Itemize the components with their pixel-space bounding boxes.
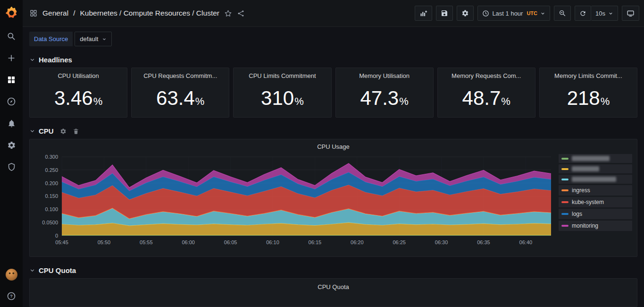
section-header-cpu-quota[interactable]: CPU Quota bbox=[29, 266, 637, 274]
sidebar-item-create[interactable] bbox=[0, 47, 23, 69]
legend-color-dash bbox=[561, 189, 569, 191]
save-dashboard-button[interactable] bbox=[436, 6, 453, 21]
svg-text:0.300: 0.300 bbox=[45, 154, 59, 160]
headline-stats-row: CPU Utilisation 3.46 % CPU Requests Comm… bbox=[29, 68, 637, 118]
sidebar-item-server-admin[interactable] bbox=[0, 156, 23, 178]
stat-unit: % bbox=[195, 95, 205, 108]
breadcrumb-folder[interactable]: General bbox=[42, 9, 68, 17]
legend-label-redacted bbox=[572, 166, 599, 171]
refresh-interval-label: 10s bbox=[595, 10, 605, 17]
legend-color-dash bbox=[561, 213, 569, 215]
stat-panel-memory-utilisation: Memory Utilisation 47.3 % bbox=[335, 68, 434, 118]
star-icon[interactable] bbox=[224, 9, 232, 17]
svg-text:0.200: 0.200 bbox=[45, 180, 59, 186]
stat-panel-title[interactable]: CPU Limits Commitment bbox=[249, 72, 316, 79]
refresh-picker: 10s bbox=[575, 6, 618, 21]
timezone-label: UTC bbox=[527, 10, 537, 16]
chevron-down-icon bbox=[29, 57, 35, 63]
chevron-down-icon bbox=[102, 37, 107, 42]
sidebar-item-profile[interactable] bbox=[0, 264, 23, 285]
refresh-icon bbox=[579, 10, 586, 17]
stat-panel-cpu-limits-commitment: CPU Limits Commitment 310 % bbox=[233, 68, 331, 118]
plus-icon bbox=[7, 53, 16, 63]
variable-label: Data Source bbox=[29, 32, 73, 46]
legend-color-dash bbox=[561, 201, 569, 203]
row-settings-gear-icon[interactable] bbox=[60, 128, 67, 135]
kiosk-mode-button[interactable] bbox=[622, 6, 639, 21]
legend-item-ingress[interactable]: ingress bbox=[559, 185, 632, 196]
legend-label: monitoring bbox=[572, 222, 598, 229]
stat-unit: % bbox=[501, 95, 510, 108]
svg-text:06:05: 06:05 bbox=[224, 239, 237, 245]
cpu-usage-plot-area[interactable]: 05:4505:5005:5506:0006:0506:1006:1506:20… bbox=[33, 153, 553, 255]
svg-text:0.250: 0.250 bbox=[45, 167, 59, 173]
chevron-down-icon bbox=[608, 11, 613, 16]
stat-value: 3.46 % bbox=[54, 88, 102, 108]
legend-label-redacted bbox=[572, 156, 610, 161]
stat-panel-title[interactable]: Memory Utilisation bbox=[359, 72, 410, 79]
svg-text:0: 0 bbox=[55, 233, 58, 239]
legend-item-redacted[interactable] bbox=[559, 154, 632, 163]
help-icon: ? bbox=[7, 291, 16, 301]
legend-label-redacted bbox=[572, 177, 616, 182]
refresh-button[interactable] bbox=[575, 6, 591, 21]
cpu-usage-chart-body: 05:4505:5005:5506:0006:0506:1006:1506:20… bbox=[33, 153, 633, 255]
grafana-logo[interactable] bbox=[0, 0, 23, 26]
stat-panel-title[interactable]: Memory Limits Commit... bbox=[554, 72, 622, 79]
grafana-logo-icon bbox=[5, 7, 18, 19]
apps-grid-icon bbox=[29, 9, 38, 17]
svg-text:0.100: 0.100 bbox=[45, 206, 59, 212]
svg-text:06:15: 06:15 bbox=[309, 239, 322, 245]
stat-panel-title[interactable]: Memory Requests Com... bbox=[452, 72, 521, 79]
section-title: CPU bbox=[39, 127, 54, 135]
svg-text:?: ? bbox=[10, 294, 13, 298]
dashboard-settings-button[interactable] bbox=[457, 6, 474, 21]
section-header-cpu[interactable]: CPU bbox=[29, 127, 637, 135]
add-panel-icon bbox=[419, 9, 427, 17]
datasource-dropdown[interactable]: default bbox=[75, 32, 112, 46]
panel-title-cpu-quota[interactable]: CPU Quota bbox=[30, 282, 637, 293]
share-icon[interactable] bbox=[237, 9, 245, 17]
panel-title-cpu-usage[interactable]: CPU Usage bbox=[33, 142, 633, 153]
stat-unit: % bbox=[601, 95, 610, 108]
sidebar-item-explore[interactable] bbox=[0, 91, 23, 112]
stat-unit: % bbox=[399, 95, 409, 108]
legend-item-redacted[interactable] bbox=[559, 164, 632, 173]
sidebar-item-dashboards[interactable] bbox=[0, 69, 23, 91]
svg-text:0.150: 0.150 bbox=[45, 194, 59, 199]
stat-panel-memory-limits-commitment: Memory Limits Commit... 218 % bbox=[539, 68, 637, 118]
stat-panel-title[interactable]: CPU Requests Commitm... bbox=[143, 72, 217, 79]
time-range-picker[interactable]: Last 1 hour UTC bbox=[477, 6, 550, 21]
legend-item-redacted[interactable] bbox=[559, 175, 632, 184]
row-delete-trash-icon[interactable] bbox=[73, 128, 79, 135]
add-panel-button[interactable] bbox=[415, 6, 432, 21]
stat-value: 48.7 % bbox=[462, 88, 510, 108]
svg-text:06:10: 06:10 bbox=[266, 239, 279, 245]
sidebar-item-alerting[interactable] bbox=[0, 112, 23, 134]
legend-item-logs[interactable]: logs bbox=[559, 209, 632, 219]
time-range-label: Last 1 hour bbox=[492, 10, 523, 17]
cpu-usage-panel: CPU Usage 05:4505:5005:5506:0006:0506:10… bbox=[29, 139, 637, 257]
zoom-out-button[interactable] bbox=[554, 6, 571, 21]
legend-item-monitoring[interactable]: monitoring bbox=[559, 221, 632, 231]
breadcrumb-dashboard-title[interactable]: Kubernetes / Compute Resources / Cluster bbox=[80, 9, 219, 17]
svg-text:06:40: 06:40 bbox=[519, 239, 533, 245]
dashboards-grid-icon bbox=[7, 75, 16, 85]
svg-text:06:20: 06:20 bbox=[351, 239, 364, 245]
refresh-interval-dropdown[interactable]: 10s bbox=[591, 6, 618, 21]
shield-icon bbox=[7, 162, 16, 171]
cpu-usage-chart: 05:4505:5005:5506:0006:0506:1006:1506:20… bbox=[33, 153, 553, 255]
sidebar-item-help[interactable]: ? bbox=[0, 285, 23, 307]
legend-item-kube-system[interactable]: kube-system bbox=[559, 197, 632, 207]
legend-color-dash bbox=[561, 168, 569, 170]
cpu-quota-panel: CPU Quota bbox=[29, 278, 637, 307]
stat-panel-title[interactable]: CPU Utilisation bbox=[58, 72, 99, 79]
section-header-headlines[interactable]: Headlines bbox=[29, 56, 637, 64]
legend-color-dash bbox=[561, 158, 569, 160]
stat-value: 63.4 % bbox=[156, 88, 204, 108]
legend-color-dash bbox=[561, 225, 569, 227]
sidebar-item-search[interactable] bbox=[0, 26, 23, 47]
sidebar-item-configuration[interactable] bbox=[0, 134, 23, 156]
dashboard-content: Data Source default Headlines CPU Utilis… bbox=[23, 27, 644, 307]
section-title: CPU Quota bbox=[39, 266, 76, 274]
